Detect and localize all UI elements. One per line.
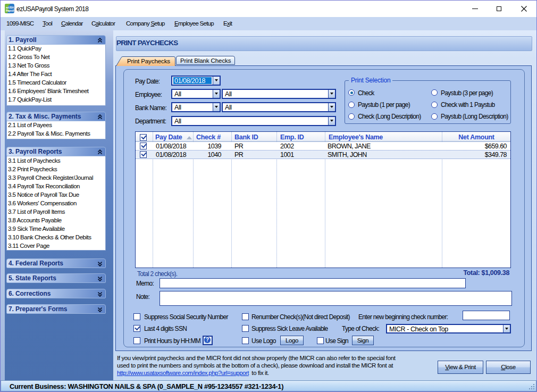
- svg-text:Payroll: Payroll: [6, 9, 14, 12]
